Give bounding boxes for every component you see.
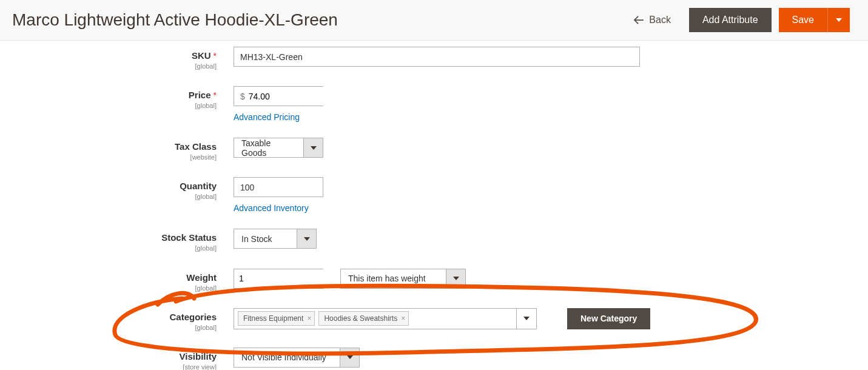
new-category-button[interactable]: New Category [567, 308, 650, 329]
chip-label: Fitness Equipment [243, 314, 303, 323]
weight-type-select[interactable]: This item has weight [340, 269, 466, 289]
weight-scope: [global] [18, 284, 217, 292]
save-dropdown-toggle[interactable] [827, 8, 850, 32]
caret-down-icon [836, 18, 842, 22]
tax-class-value: Taxable Goods [234, 138, 303, 158]
caret-down-icon [347, 355, 353, 359]
sku-label: SKU [192, 50, 211, 61]
quantity-input[interactable] [234, 177, 323, 197]
weight-type-value: This item has weight [340, 269, 446, 289]
advanced-pricing-link[interactable]: Advanced Pricing [234, 112, 323, 122]
required-mark: * [214, 90, 217, 100]
price-field: $ [234, 86, 323, 106]
required-mark: * [214, 51, 217, 61]
arrow-left-icon [633, 16, 644, 24]
stock-status-caret [297, 229, 317, 249]
weight-row: Weight [global] lbs This item has weight [18, 269, 850, 292]
price-label: Price [189, 90, 211, 100]
quantity-scope: [global] [18, 193, 217, 201]
categories-row: Categories [global] Fitness Equipment × … [18, 308, 850, 332]
chip-remove-icon[interactable]: × [401, 314, 405, 323]
categories-label: Categories [169, 312, 217, 322]
visibility-value: Not Visible Individually [234, 348, 340, 368]
visibility-scope: [store view] [18, 363, 217, 370]
caret-down-icon [453, 277, 459, 280]
weight-input[interactable] [234, 269, 350, 288]
page-title: Marco Lightweight Active Hoodie-XL-Green [12, 10, 633, 30]
visibility-caret [340, 348, 360, 368]
save-label: Save [779, 8, 827, 32]
save-button[interactable]: Save [779, 8, 850, 32]
category-chip: Fitness Equipment × [238, 311, 315, 326]
category-chip: Hoodies & Sweatshirts × [318, 311, 409, 326]
sku-input[interactable] [234, 47, 640, 67]
categories-caret[interactable] [516, 309, 536, 329]
back-button[interactable]: Back [633, 15, 682, 25]
categories-scope: [global] [18, 324, 217, 332]
stock-status-scope: [global] [18, 244, 217, 252]
tax-class-caret [303, 138, 323, 158]
stock-status-label: Stock Status [161, 232, 217, 243]
caret-down-icon [304, 237, 310, 241]
price-row: Price* [global] $ Advanced Pricing [18, 86, 850, 122]
visibility-select[interactable]: Not Visible Individually [234, 348, 360, 368]
weight-type-caret [446, 269, 466, 289]
quantity-row: Quantity [global] Advanced Inventory [18, 177, 850, 213]
visibility-row: Visibility [store view] Not Visible Indi… [18, 348, 850, 370]
price-scope: [global] [18, 102, 217, 110]
currency-symbol: $ [234, 92, 249, 101]
price-input[interactable] [249, 87, 355, 106]
advanced-inventory-link[interactable]: Advanced Inventory [234, 203, 323, 213]
stock-status-select[interactable]: In Stock [234, 229, 317, 249]
tax-class-label: Tax Class [175, 141, 217, 152]
weight-field: lbs [234, 269, 323, 289]
quantity-label: Quantity [180, 181, 217, 191]
caret-down-icon [311, 146, 317, 150]
category-chips: Fitness Equipment × Hoodies & Sweatshirt… [234, 309, 516, 329]
stock-status-row: Stock Status [global] In Stock [18, 229, 850, 252]
chip-label: Hoodies & Sweatshirts [324, 314, 397, 323]
tax-class-row: Tax Class [website] Taxable Goods [18, 138, 850, 161]
add-attribute-button[interactable]: Add Attribute [689, 8, 772, 32]
visibility-label: Visibility [180, 351, 217, 362]
categories-multiselect[interactable]: Fitness Equipment × Hoodies & Sweatshirt… [234, 308, 537, 329]
chip-remove-icon[interactable]: × [307, 314, 311, 323]
page-header: Marco Lightweight Active Hoodie-XL-Green… [0, 0, 868, 41]
header-actions: Back Add Attribute Save [633, 8, 850, 32]
sku-scope: [global] [18, 62, 217, 70]
sku-row: SKU* [global] [18, 47, 850, 70]
caret-down-icon [523, 317, 530, 320]
stock-status-value: In Stock [234, 229, 297, 249]
tax-class-scope: [website] [18, 153, 217, 161]
weight-label: Weight [186, 272, 217, 283]
tax-class-select[interactable]: Taxable Goods [234, 138, 323, 158]
back-label: Back [649, 15, 671, 25]
product-form: SKU* [global] Price* [global] $ Advanced… [0, 41, 868, 370]
